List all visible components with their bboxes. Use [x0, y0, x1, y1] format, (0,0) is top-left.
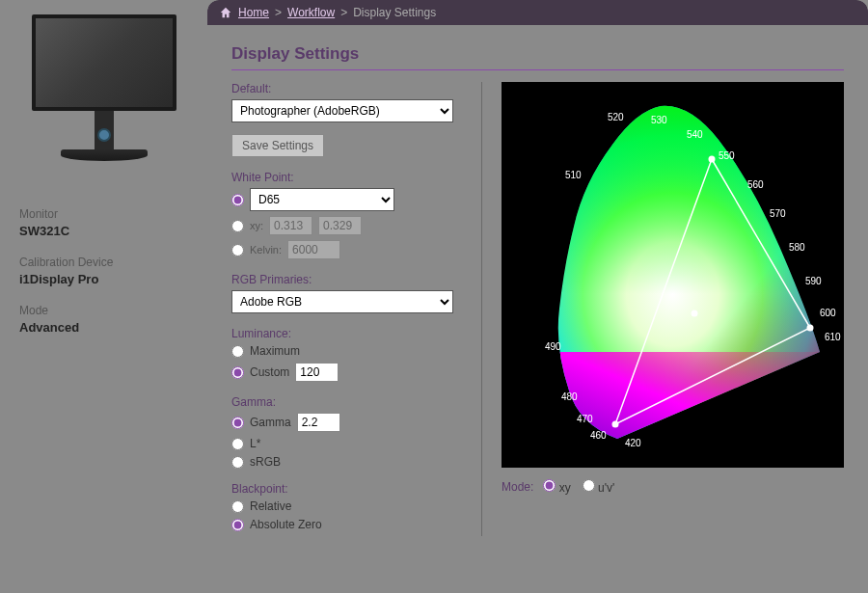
whitepoint-kelvin-input[interactable]	[287, 240, 340, 259]
settings-form: Default: Photographer (AdobeRGB) Save Se…	[231, 82, 482, 536]
chart-mode-label: Mode:	[502, 480, 533, 494]
svg-text:580: 580	[789, 242, 805, 253]
chart-mode-xy[interactable]: xy	[543, 479, 570, 495]
whitepoint-kelvin-radio[interactable]	[231, 244, 244, 256]
save-button[interactable]: Save Settings	[231, 134, 324, 157]
breadcrumb-workflow[interactable]: Workflow	[287, 6, 335, 19]
gamma-label: Gamma:	[231, 395, 472, 409]
whitepoint-label: White Point:	[231, 171, 472, 184]
mode-value: Advanced	[19, 320, 188, 335]
blackpoint-label: Blackpoint:	[231, 482, 472, 496]
calibration-device-value: i1Display Pro	[19, 272, 188, 286]
svg-text:510: 510	[565, 170, 582, 180]
svg-text:600: 600	[820, 308, 836, 318]
default-select[interactable]: Photographer (AdobeRGB)	[231, 99, 453, 122]
svg-text:530: 530	[651, 115, 667, 125]
luminance-custom-label: Custom	[250, 365, 289, 379]
chromaticity-diagram: 420 460 470 480 490 510 520 530 540 550 …	[502, 82, 844, 468]
svg-text:420: 420	[625, 438, 641, 448]
svg-point-7	[612, 421, 619, 428]
monitor-image	[32, 14, 176, 169]
gamma-lstar-label: L*	[250, 437, 260, 450]
gamma-value-input[interactable]	[297, 413, 340, 432]
svg-text:470: 470	[577, 414, 593, 424]
svg-text:590: 590	[805, 276, 822, 286]
page-title: Display Settings	[231, 44, 844, 70]
blackpoint-relative-label: Relative	[250, 499, 291, 513]
rgb-primaries-label: RGB Primaries:	[231, 273, 472, 286]
whitepoint-x-input[interactable]	[269, 216, 312, 235]
svg-text:460: 460	[590, 430, 607, 441]
svg-text:560: 560	[747, 179, 764, 190]
whitepoint-xy-radio[interactable]	[231, 220, 244, 232]
monitor-value: SW321C	[19, 224, 188, 238]
whitepoint-preset-select[interactable]: D65	[250, 188, 394, 211]
breadcrumb: Home > Workflow > Display Settings	[207, 0, 868, 25]
svg-point-6	[807, 325, 814, 332]
whitepoint-preset-radio[interactable]	[231, 194, 244, 206]
blackpoint-relative-radio[interactable]	[231, 500, 244, 513]
whitepoint-kelvin-label: Kelvin:	[250, 244, 282, 256]
chart-column: 420 460 470 480 490 510 520 530 540 550 …	[502, 82, 844, 536]
home-icon[interactable]	[219, 6, 232, 19]
svg-text:550: 550	[719, 150, 735, 161]
monitor-label: Monitor	[19, 207, 188, 221]
calibration-device-label: Calibration Device	[19, 256, 188, 269]
gamma-lstar-radio[interactable]	[231, 438, 244, 450]
gamma-gamma-label: Gamma	[250, 416, 291, 429]
whitepoint-xy-label: xy:	[250, 220, 263, 231]
svg-text:570: 570	[770, 208, 786, 219]
luminance-max-label: Maximum	[250, 344, 300, 358]
svg-text:490: 490	[545, 341, 561, 352]
whitepoint-y-input[interactable]	[318, 216, 362, 235]
gamma-gamma-radio[interactable]	[231, 417, 244, 429]
svg-text:540: 540	[687, 129, 703, 140]
gamma-srgb-label: sRGB	[250, 455, 281, 469]
luminance-custom-radio[interactable]	[231, 366, 244, 379]
default-label: Default:	[231, 82, 472, 95]
luminance-max-radio[interactable]	[231, 345, 244, 358]
breadcrumb-separator: >	[275, 6, 282, 19]
breadcrumb-separator: >	[340, 6, 347, 19]
rgb-primaries-select[interactable]: Adobe RGB	[231, 290, 453, 313]
luminance-custom-input[interactable]	[295, 363, 339, 382]
svg-point-5	[709, 156, 716, 163]
svg-text:610: 610	[825, 332, 841, 342]
breadcrumb-current: Display Settings	[353, 6, 436, 19]
blackpoint-absolute-radio[interactable]	[231, 519, 244, 531]
luminance-label: Luminance:	[231, 327, 472, 340]
svg-text:520: 520	[608, 112, 624, 122]
svg-rect-2	[646, 207, 844, 468]
breadcrumb-home[interactable]: Home	[238, 6, 269, 19]
blackpoint-absolute-label: Absolute Zero	[250, 518, 322, 531]
sidebar: Monitor SW321C Calibration Device i1Disp…	[0, 0, 207, 593]
mode-label: Mode	[19, 304, 188, 317]
svg-text:480: 480	[561, 391, 578, 402]
svg-point-8	[692, 310, 698, 317]
chart-mode-uv[interactable]: u'v'	[583, 479, 615, 495]
main-panel: Home > Workflow > Display Settings Displ…	[207, 0, 868, 593]
svg-rect-3	[559, 352, 844, 468]
gamma-srgb-radio[interactable]	[231, 456, 244, 469]
